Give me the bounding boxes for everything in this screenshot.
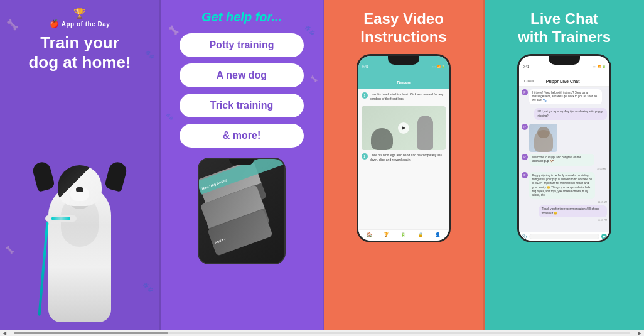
trophy-nav-icon[interactable]: 🏆 [384, 232, 389, 237]
message-4-container: P Puppy nipping is perfectly normal – pr… [522, 172, 607, 204]
chat-title-4: Puppr Live Chat [546, 79, 580, 84]
badge-wreath: 🏆 [73, 8, 86, 19]
app-title-3: Down [363, 80, 444, 85]
status-icons-4: ▪▪▪ 📶 🔋 [593, 65, 606, 68]
apple-icon: 🍎 [50, 19, 59, 28]
phone-notch-3 [388, 56, 419, 65]
bottom-nav-3: 🏠 🏆 🔋 🔒 👤 [358, 229, 449, 241]
video-thumbnail[interactable]: ▶ [362, 106, 446, 150]
phone-notch-4 [549, 56, 580, 65]
panel1-title: Train yourdog at home! [28, 33, 131, 72]
step2-container: 2 Once his hind legs also bend and he co… [362, 153, 446, 165]
dog-ear-left [31, 160, 56, 192]
close-button-4[interactable]: Close [524, 79, 534, 83]
home-nav-icon[interactable]: 🏠 [367, 232, 372, 237]
message-2: Hi! I just got a puppy. Any tips on deal… [534, 108, 607, 120]
message-4: Puppy nipping is perfectly normal – prov… [529, 172, 595, 200]
step1-number: 1 [362, 92, 368, 99]
panel-get-help: 🦴 🐾 🦴 🐾 Get help for... Potty training A… [161, 0, 324, 330]
more-button[interactable]: & more! [180, 124, 304, 148]
attachment-icon[interactable]: 📎 [522, 234, 527, 239]
app-of-day-text: App of the Day [62, 21, 110, 28]
paw-deco-1: 🐾 [145, 50, 154, 59]
status-time-3: 9:41 [362, 65, 368, 68]
send-button[interactable]: ▶ [601, 234, 607, 239]
status-icons-3: ▪▪▪ 📶 🔋 [432, 65, 445, 68]
dog-silhouette [371, 128, 393, 150]
agent-avatar-3: P [522, 154, 528, 160]
message-1: Hi there! Need help with training? Send … [529, 89, 602, 105]
panel-train-dog: 🦴 🐾 🦴 🐾 🏆 🍎 App of the Day Train yourdog… [0, 0, 161, 330]
message-4-wrapper: Puppy nipping is perfectly normal – prov… [529, 172, 607, 204]
paw-deco-3: 🐾 [304, 25, 315, 35]
message-3: Welcome to Puppr and congrats on the ado… [529, 154, 594, 166]
panel2-subtitle: Get help for... [201, 10, 282, 24]
app-screen-4: 9:41 ▪▪▪ 📶 🔋 Close Puppr Live Chat P [519, 56, 609, 241]
dog-photo-wrapper [529, 124, 557, 152]
scrollbar-track[interactable] [14, 332, 630, 334]
panel3-title: Easy VideoInstructions [360, 10, 446, 46]
trick-training-button[interactable]: Trick training [180, 94, 304, 117]
panel-video-instructions: Easy VideoInstructions 9:41 ▪▪▪ 📶 🔋 Down [324, 0, 485, 330]
message-2-container: Hi! I just got a puppy. Any tips on deal… [522, 108, 607, 122]
paw-deco-4: 🐾 [166, 113, 173, 120]
app-content-3: 1 Lure his head into his chest. Click an… [358, 89, 449, 229]
bone-deco-3: 🦴 [168, 25, 179, 35]
phone-screen-4: 9:41 ▪▪▪ 📶 🔋 Close Puppr Live Chat P [519, 56, 609, 241]
scroll-left-arrow[interactable]: ◀ [3, 330, 6, 336]
phone-screen-3: 9:41 ▪▪▪ 📶 🔋 Down 1 Lure his head into h… [358, 56, 449, 241]
person-silhouette [417, 116, 433, 150]
scroll-right-arrow[interactable]: ▶ [638, 330, 641, 336]
play-button[interactable]: ▶ [398, 122, 409, 134]
step1-container: 1 Lure his head into his chest. Click an… [362, 92, 446, 104]
battery-nav-icon[interactable]: 🔋 [400, 232, 406, 237]
dog-leash [38, 222, 48, 316]
badge-top: 🍎 App of the Day [50, 19, 110, 28]
dog-photo [529, 124, 557, 152]
agent-avatar-4: P [522, 172, 528, 178]
agent-avatar-1: P [522, 89, 528, 95]
dog-photo-container: P [522, 124, 607, 152]
message-5-wrapper: Thank you for the recommendations! I'll … [526, 205, 607, 222]
message-3-container: P Welcome to Puppr and congrats on the a… [522, 154, 607, 170]
message-5-container: Thank you for the recommendations! I'll … [522, 205, 607, 222]
dog-head-photo [537, 127, 550, 138]
app-header-4: Close Puppr Live Chat [519, 69, 609, 87]
new-dog-button[interactable]: A new dog [180, 63, 304, 87]
dog-collar [45, 215, 77, 222]
scrollbar-thumb[interactable] [14, 332, 168, 334]
scrollbar-container: ◀ ▶ [0, 330, 644, 336]
phone-mockup-panel3: 9:41 ▪▪▪ 📶 🔋 Down 1 Lure his head into h… [357, 54, 451, 242]
step1-text: Lure his head into his chest. Click and … [370, 92, 446, 101]
message-5: Thank you for the recommendations! I'll … [539, 205, 607, 217]
phone-mockup-panel2: CLICKER TRAINING CRATE TRAINING POTTY [198, 158, 286, 264]
message-1-container: P Hi there! Need help with training? Sen… [522, 89, 607, 107]
phone-mockup-panel4: 9:41 ▪▪▪ 📶 🔋 Close Puppr Live Chat P [517, 54, 611, 242]
chat-input-field[interactable] [529, 234, 599, 239]
card3-label: POTTY [214, 237, 227, 244]
dog-head [58, 165, 102, 206]
status-time-4: 9:41 [523, 65, 529, 68]
app-header-3: Down [358, 70, 449, 89]
agent-avatar-2: P [522, 124, 528, 130]
profile-nav-icon[interactable]: 👤 [435, 232, 441, 237]
step2-number: 2 [362, 153, 368, 160]
bone-deco-1: 🦴 [6, 19, 19, 31]
step2-text: Once his hind legs also bend and he comp… [370, 153, 446, 162]
dog-illustration [30, 159, 130, 322]
dog-image-container [6, 79, 153, 322]
app-of-day-badge: 🏆 🍎 App of the Day [50, 8, 110, 28]
message-3-wrapper: Welcome to Puppr and congrats on the ado… [529, 154, 606, 170]
bone-deco-4: 🦴 [310, 75, 318, 82]
lock-nav-icon[interactable]: 🔒 [418, 232, 424, 237]
dog-ear-right [104, 160, 129, 192]
potty-training-button[interactable]: Potty training [180, 33, 304, 57]
app-screen-3: 9:41 ▪▪▪ 📶 🔋 Down 1 Lure his head into h… [358, 56, 449, 241]
chat-messages: P Hi there! Need help with training? Sen… [519, 87, 609, 232]
panel-live-chat: Live Chatwith Trainers 9:41 ▪▪▪ 📶 🔋 Clos… [485, 0, 644, 330]
chat-input-bar: 📎 ▶ [519, 232, 609, 241]
panel4-title: Live Chatwith Trainers [518, 10, 611, 46]
